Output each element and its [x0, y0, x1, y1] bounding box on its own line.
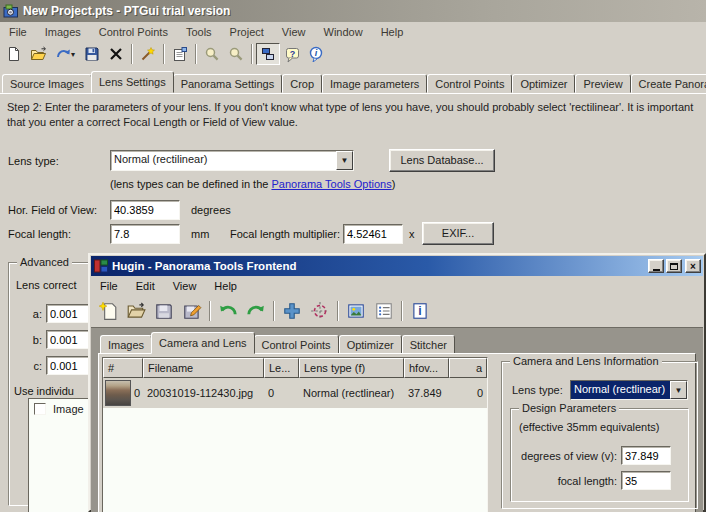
- design-parameters-label: Design Parameters: [519, 402, 619, 414]
- preview-icon[interactable]: [342, 297, 370, 325]
- image-thumbnail: [105, 380, 131, 406]
- tab-optimizer[interactable]: Optimizer: [339, 335, 402, 354]
- menu-images[interactable]: Images: [36, 24, 90, 40]
- toolbar-separator: [195, 44, 197, 64]
- zoom-out-icon[interactable]: [224, 43, 248, 65]
- lens-database-button[interactable]: Lens Database...: [389, 149, 495, 172]
- col-number[interactable]: #: [103, 358, 143, 378]
- panorama-tools-options-link[interactable]: Panorama Tools Options: [271, 178, 391, 190]
- table-row[interactable]: 0 20031019-112430.jpg 0 Normal (rectline…: [103, 378, 487, 408]
- menu-project[interactable]: Project: [221, 24, 273, 40]
- redo-icon[interactable]: [242, 297, 270, 325]
- toolbar-separator: [273, 301, 275, 321]
- save-project-icon[interactable]: [150, 297, 178, 325]
- cell-number: 0: [134, 387, 140, 399]
- hugin-toolbar: i: [91, 295, 703, 327]
- tab-preview[interactable]: Preview: [575, 74, 630, 93]
- redo-icon[interactable]: ▾: [50, 43, 80, 65]
- dropdown-arrow-icon[interactable]: ▼: [336, 151, 353, 170]
- lens-note-suffix: ): [392, 178, 396, 190]
- lens-note-prefix: (lens types can be defined in the: [110, 178, 271, 190]
- focal-length-input[interactable]: [621, 471, 671, 490]
- cell-hfov: 37.849: [404, 387, 449, 399]
- help-icon[interactable]: ?: [280, 43, 304, 65]
- lens-type-combo[interactable]: Normal (rectlinear) ▼: [570, 380, 688, 400]
- tab-image-parameters[interactable]: Image parameters: [322, 74, 427, 93]
- tab-camera-and-lens[interactable]: Camera and Lens: [151, 332, 254, 354]
- open-folder-icon[interactable]: [26, 43, 50, 65]
- tab-optimizer[interactable]: Optimizer: [512, 74, 575, 93]
- design-parameters-group: Design Parameters (effective 35mm equiva…: [510, 408, 689, 502]
- degrees-of-view-label: degrees of view (v):: [511, 450, 617, 462]
- tab-create-panorama[interactable]: Create Panorama: [631, 74, 706, 93]
- delete-icon[interactable]: [104, 43, 128, 65]
- open-project-icon[interactable]: [122, 297, 150, 325]
- menu-control-points[interactable]: Control Points: [90, 24, 177, 40]
- info-icon[interactable]: i: [304, 43, 328, 65]
- focal-length-label: focal length:: [511, 475, 617, 487]
- multiplier-unit: x: [409, 228, 415, 240]
- preferences-list-icon[interactable]: [370, 297, 398, 325]
- ptgui-menubar: File Images Control Points Tools Project…: [0, 22, 706, 41]
- about-info-icon[interactable]: i: [406, 297, 434, 325]
- col-filename[interactable]: Filename: [143, 358, 264, 378]
- panels-icon[interactable]: [256, 43, 280, 65]
- tab-lens-settings[interactable]: Lens Settings: [91, 71, 174, 93]
- images-table[interactable]: # Filename Le... Lens type (f) hfov... a…: [102, 357, 488, 512]
- hugin-app-icon: [94, 259, 108, 273]
- new-document-icon[interactable]: [2, 43, 26, 65]
- menu-view[interactable]: View: [164, 278, 206, 294]
- tab-panorama-settings[interactable]: Panorama Settings: [173, 74, 283, 93]
- add-image-icon[interactable]: [278, 297, 306, 325]
- menu-file[interactable]: File: [91, 278, 127, 294]
- menu-edit[interactable]: Edit: [127, 278, 164, 294]
- hfov-input[interactable]: [110, 200, 180, 220]
- design-note: (effective 35mm equivalents): [519, 421, 659, 433]
- menu-tools[interactable]: Tools: [177, 24, 221, 40]
- minimize-button[interactable]: [648, 259, 664, 273]
- hugin-main-panel: Images Camera and Lens Control Points Op…: [91, 327, 703, 512]
- menu-window[interactable]: Window: [315, 24, 372, 40]
- hugin-titlebar: Hugin - Panorama Tools Frontend ×: [91, 256, 703, 276]
- col-hfov[interactable]: hfov...: [404, 358, 449, 378]
- toolbar-separator: [251, 44, 253, 64]
- table-header-row: # Filename Le... Lens type (f) hfov... a: [103, 358, 487, 378]
- tab-control-points[interactable]: Control Points: [254, 335, 339, 354]
- menu-help[interactable]: Help: [205, 278, 246, 294]
- dropdown-arrow-icon[interactable]: ▼: [670, 381, 687, 399]
- col-a[interactable]: a: [449, 358, 487, 378]
- properties-icon[interactable]: [168, 43, 192, 65]
- close-button[interactable]: ×: [685, 259, 701, 273]
- tab-source-images[interactable]: Source Images: [2, 74, 92, 93]
- save-as-icon[interactable]: [178, 297, 206, 325]
- multiplier-input[interactable]: [343, 224, 403, 244]
- tab-crop[interactable]: Crop: [282, 74, 322, 93]
- multiplier-label: Focal length multiplier:: [230, 228, 340, 240]
- wand-icon[interactable]: [136, 43, 160, 65]
- lens-type-value: Normal (rectilinear): [111, 151, 336, 170]
- menu-view[interactable]: View: [273, 24, 315, 40]
- focal-length-unit: mm: [191, 228, 209, 240]
- focal-length-input[interactable]: [110, 224, 180, 244]
- tab-stitcher[interactable]: Stitcher: [402, 335, 455, 354]
- exif-button[interactable]: EXIF...: [422, 222, 494, 245]
- redo-dropdown-caret-icon[interactable]: ▾: [71, 50, 75, 59]
- lens-type-combo[interactable]: Normal (rectilinear) ▼: [110, 150, 354, 171]
- menu-help[interactable]: Help: [372, 24, 413, 40]
- undo-icon[interactable]: [214, 297, 242, 325]
- new-project-icon[interactable]: [94, 297, 122, 325]
- c-label: c:: [28, 360, 42, 372]
- tab-images[interactable]: Images: [100, 335, 152, 354]
- menu-file[interactable]: File: [0, 24, 36, 40]
- ptgui-app-icon: [3, 3, 19, 19]
- optimize-points-icon[interactable]: [306, 297, 334, 325]
- degrees-of-view-input[interactable]: [621, 446, 671, 465]
- image-checkbox[interactable]: [34, 403, 46, 415]
- col-le[interactable]: Le...: [264, 358, 299, 378]
- save-icon[interactable]: [80, 43, 104, 65]
- col-lens-type[interactable]: Lens type (f): [299, 358, 404, 378]
- maximize-button[interactable]: [666, 259, 682, 273]
- window-title: New Project.pts - PTGui trial version: [23, 4, 230, 18]
- tab-control-points[interactable]: Control Points: [427, 74, 512, 93]
- zoom-in-icon[interactable]: [200, 43, 224, 65]
